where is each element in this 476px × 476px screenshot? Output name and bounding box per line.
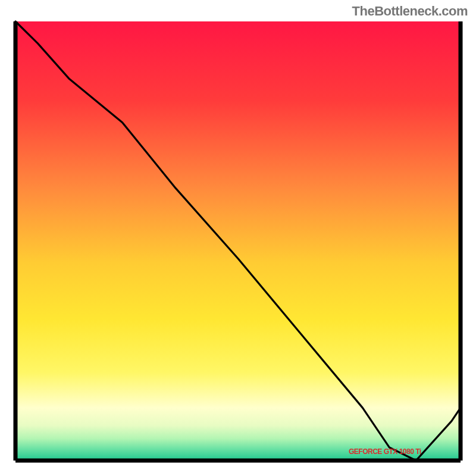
curve-annotation: GEFORCE GTX 1080 Ti <box>349 447 421 456</box>
attribution-label: TheBottleneck.com <box>352 4 468 19</box>
plot-area: GEFORCE GTX 1080 Ti <box>15 21 461 461</box>
gradient-background <box>15 21 461 461</box>
bottleneck-chart: GEFORCE GTX 1080 Ti <box>6 18 470 470</box>
